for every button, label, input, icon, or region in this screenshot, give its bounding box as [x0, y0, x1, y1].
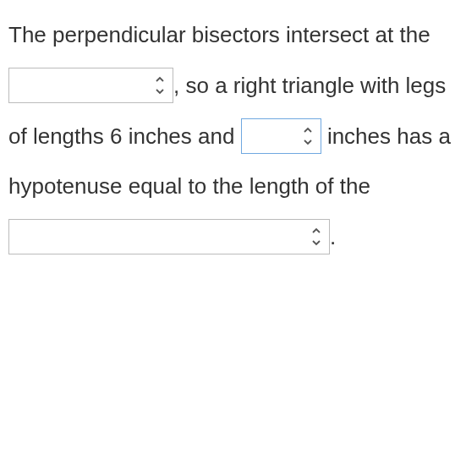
text-part-1: The perpendicular bisectors intersect at…: [8, 22, 430, 47]
dropdown-1[interactable]: [8, 68, 173, 103]
chevron-up-down-icon: [302, 127, 314, 145]
dropdown-2[interactable]: [241, 118, 321, 154]
chevron-up-down-icon: [154, 76, 166, 95]
sentence-block: The perpendicular bisectors intersect at…: [8, 10, 458, 263]
text-part-4: .: [330, 224, 336, 249]
chevron-up-down-icon: [310, 227, 322, 246]
dropdown-3[interactable]: [8, 219, 330, 254]
